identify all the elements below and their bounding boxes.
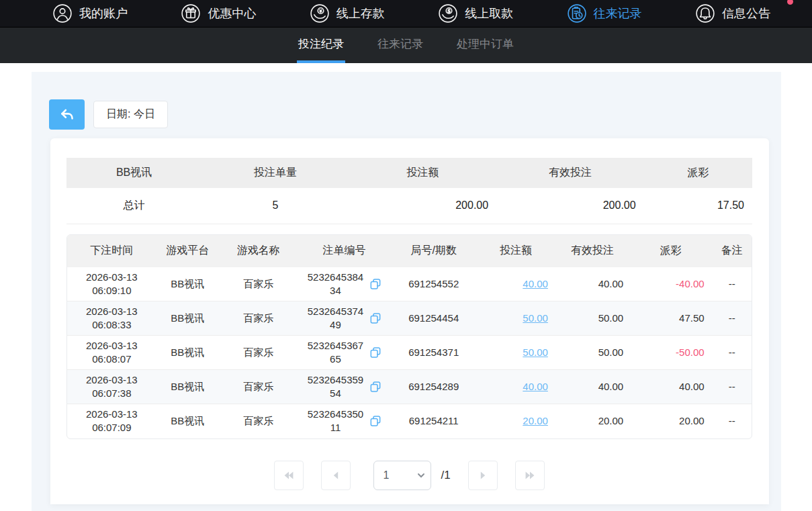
bet-id-cell: 523264537449 xyxy=(298,301,390,336)
withdraw-icon xyxy=(438,3,458,24)
nav-item-promotions[interactable]: 优惠中心 xyxy=(181,3,256,24)
bell-icon xyxy=(695,3,715,24)
user-icon xyxy=(52,3,73,24)
bet-time: 2026-03-1306:07:38 xyxy=(67,370,156,404)
pagination: 1 /1 xyxy=(66,461,752,490)
game-name: 百家乐 xyxy=(219,336,298,370)
summary-total-payout: 17.50 xyxy=(644,188,752,224)
nav-item-announcements[interactable]: 信息公告 xyxy=(695,3,770,24)
valid-bet: 40.00 xyxy=(555,370,630,404)
back-button[interactable] xyxy=(49,99,85,130)
platform: BB视讯 xyxy=(156,267,219,301)
summary-header-platform: BB视讯 xyxy=(66,158,201,188)
page-select[interactable]: 1 xyxy=(373,461,431,490)
bet-amount-cell: 20.00 xyxy=(478,404,555,438)
tab-transaction-records[interactable]: 往来记录 xyxy=(376,28,424,63)
nav-item-my-account[interactable]: 我的账户 xyxy=(52,3,128,24)
double-right-arrow-icon xyxy=(523,468,537,483)
records-card: BB视讯 投注单量 投注额 有效投注 派彩 总计 5 200.00 200.00… xyxy=(50,138,769,504)
prev-page-button[interactable] xyxy=(321,461,351,490)
payout: 47.50 xyxy=(630,301,711,336)
valid-bet: 40.00 xyxy=(555,267,630,301)
date-filter[interactable]: 日期: 今日 xyxy=(93,101,168,128)
bet-id-cell: 523264535954 xyxy=(298,370,390,404)
bet-amount-link[interactable]: 40.00 xyxy=(523,278,548,289)
summary-header-payout: 派彩 xyxy=(644,158,752,188)
records-icon xyxy=(567,3,587,24)
table-row: 2026-03-1306:09:10 BB视讯 百家乐 523264538434… xyxy=(67,267,752,301)
summary-total-label: 总计 xyxy=(66,188,201,224)
platform: BB视讯 xyxy=(156,301,219,336)
tab-processing-orders[interactable]: 处理中订单 xyxy=(455,28,515,63)
game-name: 百家乐 xyxy=(219,370,298,404)
page-total: /1 xyxy=(441,469,450,482)
tab-bet-records[interactable]: 投注纪录 xyxy=(297,28,345,63)
bet-id: 523264535011 xyxy=(306,408,365,435)
summary-total-valid: 200.00 xyxy=(496,188,644,224)
remark: -- xyxy=(711,301,752,336)
col-header-remark: 备注 xyxy=(711,235,752,267)
copy-icon[interactable] xyxy=(369,414,382,428)
copy-icon[interactable] xyxy=(369,380,382,393)
game-name: 百家乐 xyxy=(219,301,298,336)
nav-item-label: 信息公告 xyxy=(722,5,770,21)
notification-dot-badge xyxy=(787,0,793,5)
copy-icon[interactable] xyxy=(369,346,382,359)
table-row: 2026-03-1306:08:33 BB视讯 百家乐 523264537449… xyxy=(67,301,752,336)
nav-item-records[interactable]: 往来记录 xyxy=(567,3,642,24)
first-page-button[interactable] xyxy=(274,461,304,490)
nav-item-deposit[interactable]: 线上存款 xyxy=(310,3,385,24)
col-header-valid-bet: 有效投注 xyxy=(555,235,630,267)
bet-time: 2026-03-1306:08:07 xyxy=(67,336,156,370)
bet-amount-cell: 40.00 xyxy=(478,370,555,404)
round-number: 691254211 xyxy=(390,404,478,438)
payout: -50.00 xyxy=(630,336,711,370)
filter-row: 日期: 今日 xyxy=(49,99,781,130)
platform: BB视讯 xyxy=(156,336,219,370)
summary-total-row: 总计 5 200.00 200.00 17.50 xyxy=(66,188,752,224)
bet-id-cell: 523264536765 xyxy=(298,336,390,370)
game-name: 百家乐 xyxy=(219,267,298,301)
remark: -- xyxy=(711,404,752,438)
bet-amount-cell: 50.00 xyxy=(478,336,555,370)
bet-time: 2026-03-1306:09:10 xyxy=(67,267,156,301)
summary-header-valid-bet: 有效投注 xyxy=(496,158,644,188)
record-tabs: 投注纪录 往来记录 处理中订单 xyxy=(0,28,812,63)
bet-id: 523264537449 xyxy=(306,305,365,332)
nav-item-withdraw[interactable]: 线上取款 xyxy=(438,3,513,24)
page-select-wrap: 1 xyxy=(373,461,431,490)
copy-icon[interactable] xyxy=(369,277,382,291)
bet-table: 下注时间 游戏平台 游戏名称 注单编号 局号/期数 投注额 有效投注 派彩 备注… xyxy=(67,235,752,438)
left-arrow-icon xyxy=(328,468,343,483)
bet-amount-link[interactable]: 20.00 xyxy=(523,415,548,426)
col-header-bet-id: 注单编号 xyxy=(298,235,390,267)
deposit-icon xyxy=(310,3,330,24)
nav-item-label: 线上存款 xyxy=(336,5,385,21)
payout: 40.00 xyxy=(630,370,711,404)
next-page-button[interactable] xyxy=(468,461,498,490)
content-panel: 日期: 今日 BB视讯 投注单量 投注额 有效投注 派彩 总计 5 200.00 xyxy=(32,72,781,511)
remark: -- xyxy=(711,370,752,404)
return-arrow-icon xyxy=(58,106,76,124)
col-header-platform: 游戏平台 xyxy=(156,235,219,267)
bet-amount-link[interactable]: 50.00 xyxy=(523,312,548,324)
bet-amount-link[interactable]: 50.00 xyxy=(523,346,548,358)
col-header-bet-amount: 投注额 xyxy=(478,235,555,267)
summary-total-count: 5 xyxy=(201,188,349,224)
col-header-payout: 派彩 xyxy=(630,235,711,267)
bet-amount-link[interactable]: 40.00 xyxy=(523,381,548,392)
platform: BB视讯 xyxy=(156,370,219,404)
gift-icon xyxy=(181,3,201,24)
nav-item-label: 我的账户 xyxy=(79,5,128,21)
copy-icon[interactable] xyxy=(369,312,382,325)
last-page-button[interactable] xyxy=(515,461,545,490)
nav-item-label: 往来记录 xyxy=(594,5,642,21)
bet-amount-cell: 40.00 xyxy=(478,267,555,301)
bet-time: 2026-03-1306:07:09 xyxy=(67,404,156,438)
summary-header-bet-count: 投注单量 xyxy=(201,158,349,188)
bet-id: 523264538434 xyxy=(306,271,365,298)
valid-bet: 50.00 xyxy=(555,301,630,336)
col-header-game-name: 游戏名称 xyxy=(219,235,298,267)
double-left-arrow-icon xyxy=(281,468,296,483)
valid-bet: 20.00 xyxy=(555,404,630,438)
